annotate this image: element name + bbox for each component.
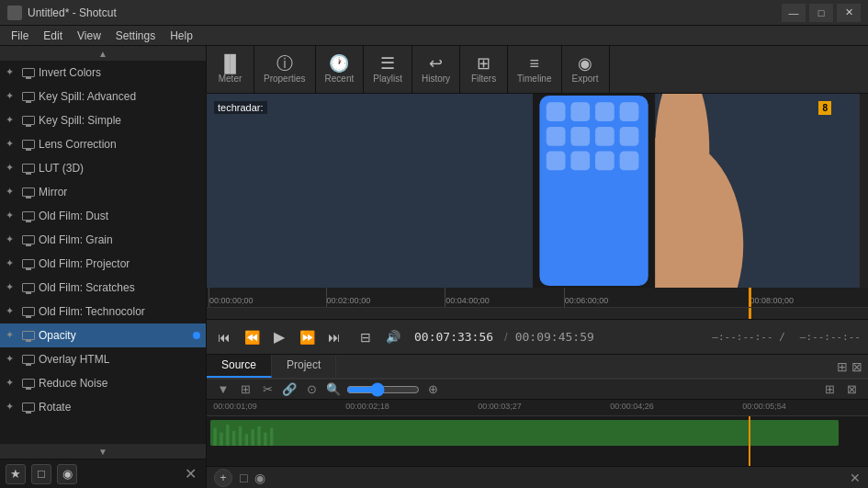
svg-rect-8 [620,102,639,121]
export-icon: ◉ [578,55,592,72]
timeline-track-1[interactable] [210,420,839,446]
svg-rect-22 [239,426,242,446]
timeline-append[interactable]: ⊞ [236,380,254,399]
toolbar-meter[interactable]: ▐▌Meter [207,46,254,93]
svg-rect-20 [226,425,229,446]
monitor-icon [22,140,35,149]
filter-item-invert-colors[interactable]: ✦Invert Colors [0,61,206,85]
toolbar-export[interactable]: ◉Export [562,46,610,93]
star-icon: ✦ [6,162,18,175]
toolbar-properties[interactable]: ⓘProperties [254,46,316,93]
menu-settings[interactable]: Settings [108,28,163,44]
svg-rect-13 [547,152,566,171]
svg-rect-7 [595,102,614,121]
filter-item-old-film-projector[interactable]: ✦Old Film: Projector [0,252,206,276]
timeline-zoom-in[interactable]: ⊕ [423,380,442,399]
timeline-section: ▼ ⊞ ✂ 🔗 ⊙ 🔍 ⊕ ⊞ ⊠ 00:00:01;09 00:00:02;1… [207,378,868,488]
toolbar-filters[interactable]: ⊞Filters [460,46,508,93]
filter-add-button[interactable]: ★ [6,464,26,484]
filter-item-label: Key Spill: Advanced [39,90,136,103]
filter-item-label: Old Film: Dust [39,210,108,222]
ruler-playhead [749,288,751,307]
filter-scroll-up[interactable]: ▲ [0,46,206,61]
fast-forward-button[interactable]: ⏩ [297,327,317,347]
source-panel-close[interactable]: ⊠ [851,359,862,374]
filter-item-rotate[interactable]: ✦Rotate [0,395,206,419]
filter-monitor-button[interactable]: □ [31,464,51,484]
toolbar-history[interactable]: ↩History [412,46,460,93]
menu-help[interactable]: Help [163,28,200,44]
project-tab[interactable]: Project [272,355,336,378]
filter-list: ✦Invert Colors✦Key Spill: Advanced✦Key S… [0,61,206,444]
play-button[interactable]: ▶ [269,327,289,347]
star-icon: ✦ [6,329,18,342]
timeline-close[interactable]: ⊠ [842,380,861,399]
star-icon: ✦ [6,210,18,222]
filter-item-key-spill-advanced[interactable]: ✦Key Spill: Advanced [0,85,206,108]
timeline-zoom-slider[interactable] [346,383,420,396]
star-icon: ✦ [6,353,18,366]
toolbar-timeline[interactable]: ≡Timeline [508,46,561,93]
filter-scroll-down[interactable]: ▼ [0,444,206,459]
bottom-close[interactable]: ✕ [850,471,861,485]
ruler-tick-2: 00:04:00;00 [445,288,490,307]
monitor-icon [22,235,35,244]
filter-item-label: LUT (3D) [39,162,84,175]
timeline-link[interactable]: 🔗 [280,380,299,399]
svg-rect-24 [251,429,254,446]
preview-scrollbar[interactable] [859,94,868,288]
filter-item-old-film-scratches[interactable]: ✦Old Film: Scratches [0,276,206,300]
filters-icon: ⊞ [477,55,490,72]
svg-rect-25 [257,426,260,446]
monitor-icon [22,187,35,197]
title-bar: Untitled* - Shotcut — □ ✕ [0,0,868,26]
filter-item-opacity[interactable]: ✦Opacity [0,323,206,347]
rewind-button[interactable]: ⏪ [242,327,262,347]
filter-item-old-film-grain[interactable]: ✦Old Film: Grain [0,228,206,252]
svg-rect-6 [570,102,590,121]
menu-edit[interactable]: Edit [36,28,70,44]
filter-item-label: Opacity [39,329,76,342]
filter-item-lut-3d[interactable]: ✦LUT (3D) [0,156,206,180]
filter-item-mirror[interactable]: ✦Mirror [0,180,206,204]
filter-item-label: Rotate [39,401,71,414]
source-panel-options[interactable]: ⊞ [837,359,848,374]
skip-to-end-button[interactable]: ⏭ [324,327,344,347]
filter-close-button[interactable]: ✕ [180,464,200,484]
minimize-button[interactable]: — [782,4,806,22]
source-tab[interactable]: Source [207,355,272,378]
monitor-icon [22,116,35,125]
filter-item-key-spill-simple[interactable]: ✦Key Spill: Simple [0,108,206,132]
filter-item-reduce-noise[interactable]: ✦Reduce Noise [0,371,206,395]
filter-item-label: Overlay HTML [39,353,109,366]
filter-item-lens-correction[interactable]: ✦Lens Correction [0,132,206,156]
filter-item-overlay-html[interactable]: ✦Overlay HTML [0,347,206,371]
timeline-icon: ≡ [530,55,540,72]
timeline-zoom-out[interactable]: 🔍 [324,380,343,399]
toolbar-recent[interactable]: 🕐Recent [316,46,365,93]
window-controls: — □ ✕ [782,4,861,22]
toolbar-playlist[interactable]: ☰Playlist [364,46,412,93]
star-icon: ✦ [6,233,18,246]
timeline-header: ▼ ⊞ ✂ 🔗 ⊙ 🔍 ⊕ ⊞ ⊠ [207,380,868,400]
menu-file[interactable]: File [4,28,36,44]
timeline-dropdown[interactable]: ▼ [214,380,232,399]
timeline-snap[interactable]: ⊙ [302,380,321,399]
volume-button[interactable]: 🔊 [383,327,403,347]
add-track-button[interactable]: + [214,469,232,487]
filter-circle-button[interactable]: ◉ [57,464,77,484]
maximize-button[interactable]: □ [809,4,833,22]
main-layout: ▲ ✦Invert Colors✦Key Spill: Advanced✦Key… [0,46,868,488]
filter-item-label: Old Film: Grain [39,233,113,246]
timeline-cut[interactable]: ✂ [258,380,276,399]
scrub-area[interactable] [207,308,868,319]
timeline-options[interactable]: ⊞ [820,380,839,399]
toggle-button[interactable]: ⊟ [355,327,376,347]
filter-item-label: Old Film: Scratches [39,281,135,294]
skip-to-start-button[interactable]: ⏮ [214,327,234,347]
close-button[interactable]: ✕ [837,4,861,22]
menu-view[interactable]: View [70,28,108,44]
filter-item-old-film-technocolor[interactable]: ✦Old Film: Technocolor [0,300,206,323]
filter-item-old-film-dust[interactable]: ✦Old Film: Dust [0,204,206,228]
monitor-icon [22,379,35,388]
